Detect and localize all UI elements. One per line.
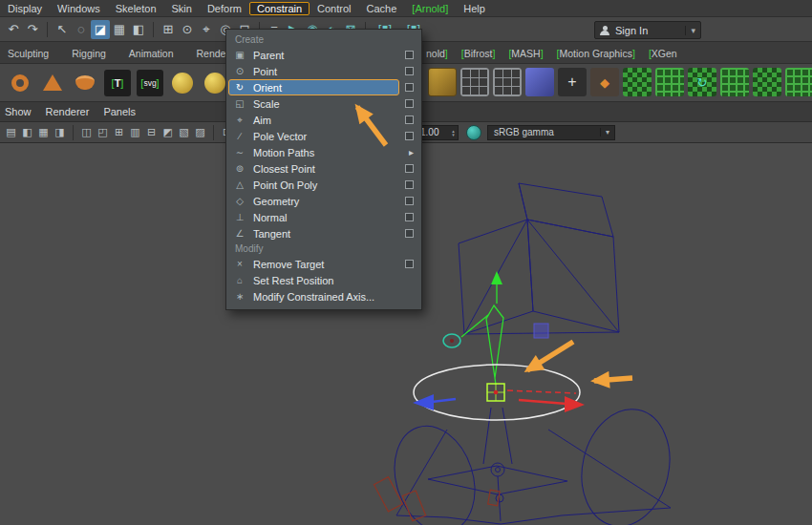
menu-item-motion-paths[interactable]: ∼ Motion Paths ▸ [226,144,421,160]
menu-item-orient[interactable]: ↻ Orient [226,79,421,95]
shelf-icon-gold-cube[interactable] [428,68,457,96]
option-box[interactable] [405,83,414,92]
menu-skin[interactable]: Skin [164,2,200,15]
shelf-icon-cone[interactable] [38,69,67,97]
two-panes-icon[interactable]: ◰ [95,126,111,138]
menu-item-closest-point[interactable]: ⊚ Closest Point [226,160,421,177]
shelf-icon-mash-signal[interactable] [720,68,749,96]
select-object-mode-icon[interactable]: ▦ [110,20,129,39]
bookmarks-icon[interactable]: ◨ [52,126,68,138]
panel-menu-panels[interactable]: Panels [103,106,136,117]
select-tool-icon[interactable]: ↖ [53,20,72,39]
chevron-down-icon[interactable]: ▾ [685,26,695,35]
menu-arnold[interactable]: [Arnold] [404,2,456,15]
paint-select-tool-icon[interactable]: ◪ [91,20,110,39]
shelf-icon-mash-checker[interactable] [753,68,781,96]
menu-item-normal[interactable]: ⊥ Normal [226,209,421,225]
view-transform-dropdown[interactable]: sRGB gamma ▾ [487,125,615,140]
shelf-icon-mash-replicate[interactable]: ↻ [688,68,716,96]
panel-menu-show[interactable]: Show [5,106,32,117]
menu-item-point[interactable]: ⊙ Point [226,63,421,79]
shelf-icon-type-tool[interactable]: [T] [103,69,132,97]
tab-rigging[interactable]: Rigging [72,48,106,59]
shelf-icon-cylinder[interactable] [71,69,99,97]
film-gate-icon[interactable]: ▥ [127,126,143,138]
menu-deform[interactable]: Deform [200,2,249,15]
shelf-icon-wire-cube[interactable] [493,68,522,96]
tab-xgen[interactable]: [XGen [649,48,677,59]
menu-skeleton[interactable]: Skeleton [108,2,164,15]
lasso-tool-icon[interactable]: ◌ [72,20,91,39]
option-box[interactable] [405,132,414,140]
shelf-icon-orange-set[interactable]: ◆ [590,68,619,96]
spinner-icon[interactable]: ▴▾ [449,129,458,136]
menu-item-pole-vector[interactable]: ∕ Pole Vector [226,128,421,144]
color-management-icon[interactable] [466,125,481,140]
shelf-icon-mash-grid[interactable] [623,68,652,96]
spinner-down-icon[interactable]: ▾ [452,133,455,136]
menu-item-geometry[interactable]: ◇ Geometry [226,193,421,209]
menu-item-point-on-poly[interactable]: △ Point On Poly [226,177,421,193]
snap-to-curve-icon[interactable]: ⊙ [178,20,197,39]
image-plane-icon[interactable]: ◫ [78,126,95,138]
select-component-mode-icon[interactable]: ◧ [129,20,148,39]
shelf-icon-blue-cube[interactable] [525,68,554,96]
safe-title-icon[interactable]: ▨ [192,126,208,138]
option-box[interactable] [405,51,414,59]
menu-constrain[interactable]: Constrain [249,2,310,15]
menu-display[interactable]: Display [0,2,50,15]
menu-help[interactable]: Help [456,2,493,15]
selected-joint[interactable] [487,384,504,401]
shelf-icon-mash-distribute[interactable] [655,68,684,96]
option-box[interactable] [405,116,414,124]
sign-in-button[interactable]: Sign In ▾ [594,21,701,39]
shelf-icon-torus[interactable] [6,69,34,97]
menu-item-set-rest-position[interactable]: ⌂ Set Rest Position [226,272,421,288]
panel-menu-renderer[interactable]: Renderer [46,106,90,117]
option-box[interactable] [405,180,414,189]
option-box[interactable] [405,229,414,238]
menu-windows[interactable]: Windows [50,2,108,15]
menu-item-aim[interactable]: ⌖ Aim [226,112,421,128]
menu-item-scale[interactable]: ◱ Scale [226,95,421,112]
shelf-icon-lattice[interactable] [460,68,489,96]
shelf-icon-sphere-1[interactable] [168,69,197,97]
snap-to-grid-icon[interactable]: ⊞ [159,20,178,39]
menu-item-tangent[interactable]: ∠ Tangent [226,225,421,242]
tab-animation[interactable]: Animation [129,48,174,59]
snap-to-point-icon[interactable]: ⌖ [197,20,216,39]
camera-attributes-icon[interactable]: ▦ [35,126,52,138]
menu-cache[interactable]: Cache [359,2,405,15]
menu-item-parent[interactable]: ▣ Parent [226,47,421,63]
redo-icon[interactable]: ↷ [23,20,42,39]
tab-mash[interactable]: [MASH] [508,48,543,59]
gate-mask-icon[interactable]: ◩ [160,126,176,138]
undo-icon[interactable]: ↶ [4,20,23,39]
tab-motion-graphics[interactable]: [Motion Graphics] [557,48,635,59]
menu-item-modify-constrained-axis[interactable]: ∗ Modify Constrained Axis... [226,288,421,304]
menu-item-remove-target[interactable]: × Remove Target [226,256,421,272]
chevron-down-icon[interactable]: ▾ [600,128,614,136]
tab-bifrost[interactable]: [Bifrost] [461,48,496,59]
translate-z-arrow[interactable] [413,394,456,410]
option-box[interactable] [405,260,414,268]
resolution-gate-icon[interactable]: ⊟ [143,126,160,138]
translate-x-arrow[interactable] [519,396,585,412]
tab-rendering[interactable]: Rende [197,48,226,59]
option-box[interactable] [405,67,414,75]
safe-action-icon[interactable]: ▧ [176,126,192,138]
option-box[interactable] [405,164,414,173]
select-camera-icon[interactable]: ▤ [3,126,19,138]
main-menubar: Display Windows Skeleton Skin Deform Con… [0,0,812,17]
menu-control[interactable]: Control [310,2,358,15]
option-box[interactable] [405,197,414,205]
option-box[interactable] [405,213,414,221]
option-box[interactable] [405,99,414,108]
grid-icon[interactable]: ⊞ [111,126,127,138]
shelf-icon-svg-tool[interactable]: [svg] [136,69,164,97]
shelf-icon-add-node[interactable]: + [558,68,587,96]
lock-camera-icon[interactable]: ◧ [19,126,35,138]
shelf-icon-mash-world[interactable] [785,68,812,96]
tab-sculpting[interactable]: Sculpting [8,48,49,59]
tab-arnold[interactable]: nold] [426,48,448,59]
